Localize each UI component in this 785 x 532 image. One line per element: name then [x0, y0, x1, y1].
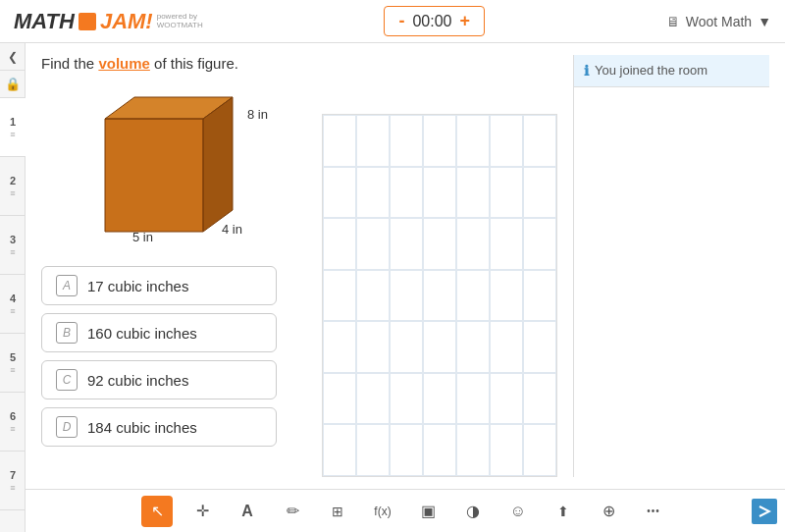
- content-area: Find the volume of this figure.: [26, 43, 785, 532]
- question-suffix: of this figure.: [154, 55, 238, 72]
- monitor-icon: 🖥: [666, 14, 680, 29]
- choice-d-letter: D: [56, 416, 78, 438]
- grid-cell: [323, 218, 356, 270]
- grid-cell: [456, 373, 490, 425]
- notification-message: You joined the room: [595, 63, 707, 78]
- choice-b-label: 160 cubic inches: [87, 325, 197, 342]
- grid-cell: [390, 321, 423, 373]
- left-sidebar: ❮ 🔒 1 ≡ 2 ≡ 3 ≡ 4 ≡ 5 ≡ 6 ≡ 7 ≡: [0, 43, 26, 532]
- grid-cell: [490, 115, 523, 167]
- drawing-grid[interactable]: [322, 114, 557, 477]
- grid-cell: [490, 373, 523, 425]
- choice-a-letter: A: [56, 275, 78, 296]
- timer-display: 00:00: [412, 13, 451, 30]
- right-panel: ℹ You joined the room: [573, 55, 769, 477]
- info-icon: ℹ: [584, 63, 589, 79]
- grid-cell: [490, 424, 523, 476]
- more-tool-button[interactable]: •••: [638, 496, 669, 527]
- choice-d[interactable]: D 184 cubic inches: [41, 407, 277, 447]
- sidebar-toggle-button[interactable]: ❮: [0, 43, 26, 71]
- sidebar-item-2[interactable]: 2 ≡: [0, 157, 26, 216]
- timer-plus-button[interactable]: +: [459, 11, 470, 31]
- grid-cell: [390, 424, 423, 476]
- choice-b-letter: B: [56, 322, 78, 344]
- grid-cell: [456, 115, 490, 167]
- left-panel: Find the volume of this figure.: [41, 55, 306, 477]
- grid-cell: [490, 218, 523, 270]
- grid-cell: [323, 424, 356, 476]
- grid-cell: [456, 424, 490, 476]
- grid-cell: [423, 115, 456, 167]
- choice-a-label: 17 cubic inches: [87, 278, 188, 294]
- grid-cell: [356, 373, 390, 425]
- grid-tool-button[interactable]: ▣: [412, 496, 444, 527]
- choice-b[interactable]: B 160 cubic inches: [41, 313, 277, 352]
- move-tool-button[interactable]: ✛: [186, 496, 218, 527]
- grid-cell: [490, 321, 523, 373]
- zoom-tool-button[interactable]: ⊕: [593, 496, 624, 527]
- grid-cell: [456, 270, 490, 322]
- select-tool-button[interactable]: ↖: [141, 496, 173, 527]
- sidebar-lock-icon[interactable]: 🔒: [0, 71, 26, 98]
- grid-cell: [423, 424, 456, 476]
- calculator-tool-button[interactable]: ⊞: [322, 496, 353, 527]
- sidebar-item-6[interactable]: 6 ≡: [0, 393, 26, 452]
- sidebar-item-1[interactable]: 1 ≡: [0, 98, 26, 157]
- question-area: Find the volume of this figure.: [26, 43, 785, 489]
- grid-cell: [390, 373, 423, 425]
- grid-cell: [323, 115, 356, 167]
- grid-cell: [356, 167, 390, 219]
- figure-container: 8 in 4 in 5 in: [41, 89, 306, 246]
- grid-cell: [323, 167, 356, 219]
- logo: MATH JAM! powered by WOOTMATH: [14, 9, 203, 34]
- function-tool-button[interactable]: f(x): [367, 496, 398, 527]
- grid-cell: [523, 321, 556, 373]
- corner-action-button[interactable]: [752, 499, 777, 524]
- choice-c-label: 92 cubic inches: [87, 372, 188, 389]
- grid-cell: [490, 167, 523, 219]
- choice-a[interactable]: A 17 cubic inches: [41, 266, 277, 305]
- upload-tool-button[interactable]: ⬆: [548, 496, 579, 527]
- grid-panel: [322, 55, 557, 477]
- grid-cell: [356, 321, 390, 373]
- choice-c[interactable]: C 92 cubic inches: [41, 360, 277, 399]
- logo-jam-text: JAM!: [100, 9, 153, 34]
- toolbar: ↖ ✛ A ✏ ⊞ f(x) ▣ ◑ ☺ ⬆ ⊕ •••: [26, 489, 785, 532]
- sidebar-item-5[interactable]: 5 ≡: [0, 334, 26, 393]
- grid-cell: [356, 424, 390, 476]
- grid-cell: [456, 167, 490, 219]
- notification-bar: ℹ You joined the room: [574, 55, 769, 87]
- timer-minus-button[interactable]: -: [398, 11, 404, 31]
- grid-cell: [423, 218, 456, 270]
- pencil-tool-button[interactable]: ✏: [277, 496, 308, 527]
- grid-cell: [523, 167, 556, 219]
- grid-cell: [390, 167, 423, 219]
- grid-cell: [323, 270, 356, 322]
- answer-choices: A 17 cubic inches B 160 cubic inches C 9…: [41, 266, 306, 447]
- dimension-width-label: 4 in: [222, 222, 242, 237]
- grid-cell: [390, 218, 423, 270]
- grid-cell: [323, 373, 356, 425]
- sidebar-item-3[interactable]: 3 ≡: [0, 216, 26, 275]
- grid-cell: [456, 321, 490, 373]
- user-area[interactable]: 🖥 Woot Math ▼: [666, 14, 771, 29]
- grid-cell: [523, 115, 556, 167]
- emoji-tool-button[interactable]: ☺: [502, 496, 534, 527]
- svg-marker-0: [105, 119, 203, 232]
- grid-cell: [523, 218, 556, 270]
- choice-d-label: 184 cubic inches: [87, 419, 197, 436]
- dimension-height-label: 8 in: [247, 107, 268, 122]
- chart-tool-button[interactable]: ◑: [457, 496, 489, 527]
- sidebar-item-7[interactable]: 7 ≡: [0, 452, 26, 510]
- grid-cell: [356, 218, 390, 270]
- box-figure: 8 in 4 in 5 in: [76, 89, 272, 246]
- grid-cell: [390, 270, 423, 322]
- question-prefix: Find the: [41, 55, 94, 72]
- text-tool-button[interactable]: A: [232, 496, 263, 527]
- grid-cell: [523, 270, 556, 322]
- grid-cell: [356, 270, 390, 322]
- corner-icon: [758, 505, 771, 518]
- sidebar-item-4[interactable]: 4 ≡: [0, 275, 26, 334]
- grid-cell: [490, 270, 523, 322]
- grid-cell: [423, 321, 456, 373]
